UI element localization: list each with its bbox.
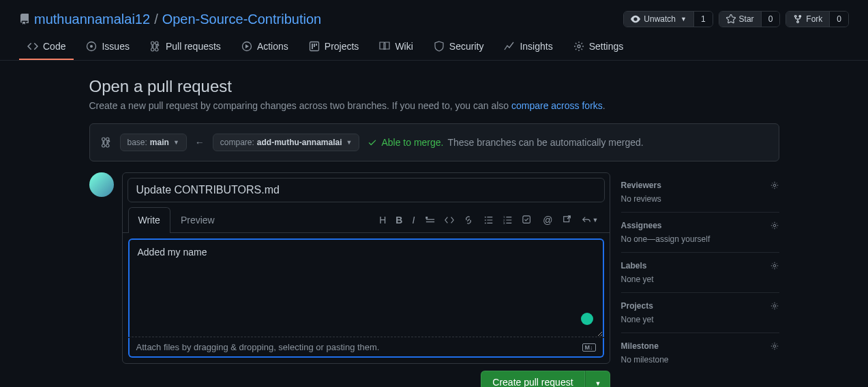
merge-desc-text: These branches can be automatically merg… — [448, 137, 644, 148]
sidebar: Reviewers No reviews Assignees No one—as… — [621, 172, 779, 387]
labels-body: None yet — [621, 275, 779, 284]
attach-bar[interactable]: Attach files by dragging & dropping, sel… — [128, 338, 604, 358]
ul-icon[interactable] — [484, 215, 494, 226]
gear-icon[interactable] — [770, 181, 779, 190]
svg-point-7 — [485, 222, 486, 223]
star-label: Star — [739, 14, 754, 24]
owner-link[interactable]: muthuannamalai12 — [34, 12, 150, 27]
gear-icon[interactable] — [770, 261, 779, 270]
reply-icon[interactable]: ▼ — [582, 215, 599, 226]
code-icon[interactable] — [445, 215, 454, 226]
tabs-row: Write Preview H B I — [123, 207, 610, 233]
submit-row: Create pull request ▼ — [122, 364, 610, 387]
unwatch-button[interactable]: Unwatch ▼ — [624, 12, 693, 27]
pr-icon — [150, 41, 161, 52]
gear-icon[interactable] — [770, 221, 779, 230]
link-icon[interactable] — [464, 215, 473, 226]
italic-icon[interactable]: I — [412, 215, 415, 226]
nav-insights[interactable]: Insights — [496, 34, 560, 60]
page-title: Open a pull request — [89, 77, 779, 96]
create-pr-button[interactable]: Create pull request — [481, 371, 584, 387]
repo-link[interactable]: Open-Source-Contribution — [162, 12, 321, 27]
header-actions: Unwatch ▼ 1 Star 0 Fork 0 — [623, 11, 849, 27]
gear-icon — [573, 41, 584, 52]
issue-icon — [86, 41, 97, 52]
reviewers-body: No reviews — [621, 194, 779, 204]
star-group: Star 0 — [719, 11, 781, 27]
compare-box: base: main▼ ← compare: add-muthu-annamal… — [89, 123, 779, 161]
tab-preview[interactable]: Preview — [170, 207, 225, 232]
heading-icon[interactable]: H — [379, 215, 386, 226]
grammarly-icon[interactable] — [581, 313, 593, 325]
pr-body-textarea[interactable] — [128, 238, 604, 337]
svg-point-13 — [773, 184, 776, 187]
repo-nav: Code Issues Pull requests Actions Projec… — [0, 34, 868, 61]
fork-icon — [793, 14, 803, 24]
nav-security[interactable]: Security — [425, 34, 492, 60]
nav-pull-requests[interactable]: Pull requests — [142, 34, 229, 60]
body-wrap: Attach files by dragging & dropping, sel… — [123, 233, 610, 363]
quote-icon[interactable] — [425, 215, 435, 226]
mention-icon[interactable]: @ — [543, 215, 552, 226]
svg-point-17 — [773, 345, 776, 347]
nav-issues[interactable]: Issues — [78, 34, 137, 60]
tasklist-icon[interactable] — [522, 215, 532, 226]
left-column: Write Preview H B I — [89, 172, 610, 387]
svg-point-6 — [485, 219, 486, 221]
gear-icon[interactable] — [770, 301, 779, 311]
book-icon — [379, 41, 390, 52]
avatar[interactable] — [89, 172, 114, 197]
fork-count[interactable]: 0 — [829, 12, 848, 27]
caret-down-icon: ▼ — [680, 16, 687, 22]
markdown-icon[interactable]: M↓ — [582, 343, 596, 352]
nav-projects[interactable]: Projects — [301, 34, 368, 60]
tab-write[interactable]: Write — [128, 207, 170, 233]
nav-code[interactable]: Code — [19, 34, 74, 60]
assign-yourself-link[interactable]: assign yourself — [655, 234, 710, 244]
star-button[interactable]: Star — [719, 12, 761, 27]
tabs: Write Preview — [128, 207, 225, 232]
watch-count[interactable]: 1 — [693, 12, 713, 27]
star-count[interactable]: 0 — [761, 12, 780, 27]
compare-branch-select[interactable]: compare: add-muthu-annamalai▼ — [213, 134, 360, 151]
create-pr-dropdown[interactable]: ▼ — [585, 371, 610, 387]
caret-down-icon: ▼ — [595, 380, 601, 387]
milestone-body: No milestone — [621, 355, 779, 365]
main-row: Write Preview H B I — [89, 172, 779, 387]
bold-icon[interactable]: B — [395, 215, 402, 226]
projects-icon — [309, 41, 320, 52]
svg-point-5 — [485, 216, 486, 217]
svg-point-15 — [773, 264, 776, 267]
sidebar-labels: Labels None yet — [621, 253, 779, 293]
nav-settings[interactable]: Settings — [565, 34, 632, 60]
svg-point-14 — [773, 224, 776, 227]
reference-icon[interactable] — [563, 215, 572, 226]
nav-wiki[interactable]: Wiki — [371, 34, 421, 60]
sidebar-milestone: Milestone No milestone — [621, 333, 779, 373]
gear-icon[interactable] — [770, 341, 779, 351]
path-separator: / — [154, 12, 158, 27]
star-icon — [726, 14, 736, 24]
assignees-title: Assignees — [621, 221, 662, 230]
pr-title-input[interactable] — [128, 178, 605, 202]
compare-forks-link[interactable]: compare across forks — [511, 100, 603, 111]
merge-able-text: Able to merge. — [381, 137, 443, 148]
reviewers-title: Reviewers — [621, 181, 661, 190]
svg-rect-12 — [563, 216, 569, 221]
arrow-left-icon: ← — [195, 137, 205, 148]
fork-button[interactable]: Fork — [786, 12, 829, 27]
base-branch-select[interactable]: base: main▼ — [120, 134, 187, 151]
md-toolbar: H B I 123 — [379, 215, 603, 226]
repo-icon — [19, 14, 30, 25]
unwatch-label: Unwatch — [644, 14, 676, 24]
code-icon — [27, 41, 38, 52]
watch-group: Unwatch ▼ 1 — [623, 11, 713, 27]
nav-actions[interactable]: Actions — [233, 34, 297, 60]
main-container: Open a pull request Create a new pull re… — [89, 61, 779, 387]
ol-icon[interactable]: 123 — [503, 215, 513, 226]
labels-title: Labels — [621, 261, 647, 270]
svg-point-1 — [90, 45, 93, 48]
sidebar-projects: Projects None yet — [621, 293, 779, 333]
sidebar-reviewers: Reviewers No reviews — [621, 172, 779, 213]
actions-icon — [241, 41, 252, 52]
